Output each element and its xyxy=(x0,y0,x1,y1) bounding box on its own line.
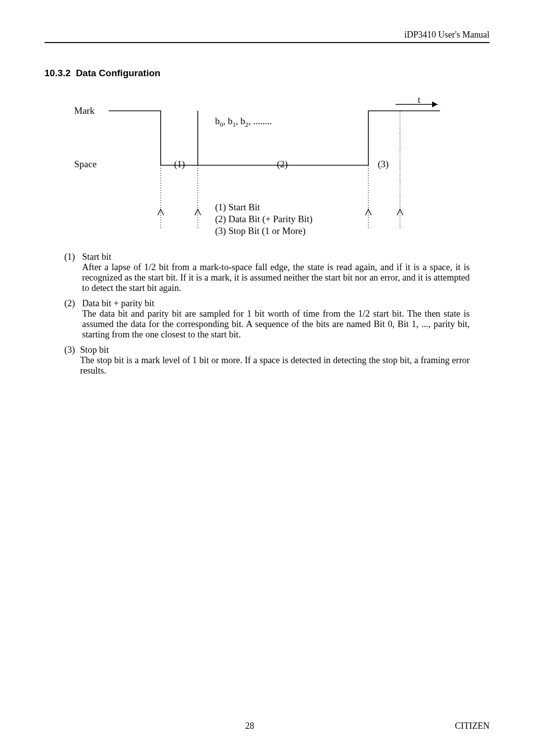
section-title: Data Configuration xyxy=(76,68,160,78)
section-number: 10.3.2 xyxy=(44,68,71,78)
item-2-title: Data bit + parity bit xyxy=(82,298,154,309)
time-axis-label: t xyxy=(418,94,420,105)
item-3-title: Stop bit xyxy=(80,345,109,355)
item-2: (2) Data bit + parity bit The data bit a… xyxy=(64,298,470,340)
legend-line-3: (3) Stop Bit (1 or More) xyxy=(215,225,312,237)
legend-line-2: (2) Data Bit (+ Parity Bit) xyxy=(215,213,312,225)
svg-marker-6 xyxy=(432,101,438,107)
item-1-body: After a lapse of 1/2 bit from a mark-to-… xyxy=(82,262,470,293)
segment-2-label: (2) xyxy=(277,159,288,170)
section-heading: 10.3.2 Data Configuration xyxy=(44,68,490,79)
item-1-num: (1) xyxy=(64,252,82,262)
item-3-num: (3) xyxy=(64,345,80,355)
page-footer: 28 CITIZEN xyxy=(44,721,490,731)
level-mark-label: Mark xyxy=(74,105,94,116)
body-text: (1) Start bit After a lapse of 1/2 bit f… xyxy=(64,252,470,376)
item-2-body: The data bit and parity bit are sampled … xyxy=(82,309,470,340)
segment-1-label: (1) xyxy=(174,159,185,170)
page-header: iDP3410 User's Manual xyxy=(44,30,490,43)
item-3: (3) Stop bit The stop bit is a mark leve… xyxy=(64,345,470,376)
item-3-body: The stop bit is a mark level of 1 bit or… xyxy=(80,355,470,376)
page-number: 28 xyxy=(44,721,455,731)
item-2-num: (2) xyxy=(64,298,82,309)
footer-brand: CITIZEN xyxy=(455,721,490,731)
level-space-label: Space xyxy=(74,159,96,170)
item-1: (1) Start bit After a lapse of 1/2 bit f… xyxy=(64,252,470,293)
header-right: iDP3410 User's Manual xyxy=(404,30,490,40)
segment-3-label: (3) xyxy=(378,159,389,170)
legend-line-1: (1) Start Bit xyxy=(215,201,312,213)
timing-diagram: Mark Space t b0, b1, b2, ........ (1) (2… xyxy=(74,98,455,237)
data-bits-label: b0, b1, b2, ........ xyxy=(215,116,272,129)
item-1-title: Start bit xyxy=(82,252,111,262)
diagram-legend: (1) Start Bit (2) Data Bit (+ Parity Bit… xyxy=(215,201,312,236)
